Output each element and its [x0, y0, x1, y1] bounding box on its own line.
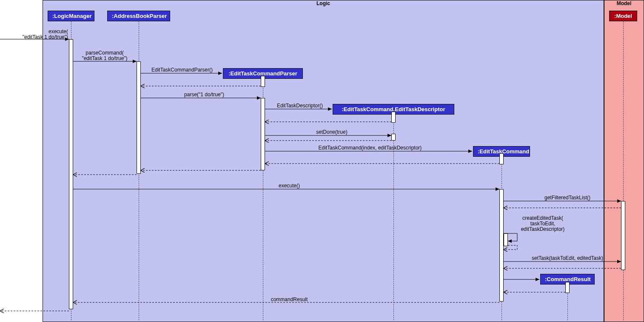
activation-logic-manager: [69, 39, 73, 309]
frame-model: Model: [604, 0, 644, 322]
msg-execute: execute(): [255, 183, 323, 189]
activation-editcmd-1: [499, 153, 504, 164]
participant-logic-manager: :LogicManager: [48, 11, 94, 21]
activation-editcmd-2: [499, 189, 504, 302]
msg-parse: parse("1 do/true"): [162, 92, 247, 98]
msg-createeditedtask: createEditedTask( taskToEdit, editTaskDe…: [504, 216, 581, 233]
msg-parse-command: parseCommand( "editTask 1 do/true"): [73, 50, 136, 61]
activation-command-result: [565, 282, 570, 293]
activation-address-book-parser: [137, 61, 141, 174]
activation-descriptor-1: [391, 112, 396, 123]
activation-parser-2: [261, 98, 265, 170]
activation-editcmd-self: [504, 233, 508, 246]
msg-commandresult: commandResult: [247, 297, 332, 302]
sequence-diagram: Logic Model :LogicManager :AddressBookPa…: [0, 0, 644, 322]
msg-setdone: setDone(true): [298, 129, 366, 135]
activation-parser-1: [261, 76, 265, 87]
activation-model: [621, 201, 625, 270]
msg-getfilteredtasklist: getFilteredTaskList(): [521, 195, 614, 201]
msg-etcparser-ctor: EditTaskCommandParser(): [144, 67, 220, 73]
msg-etc-ctor: EditTaskCommand(index, editTaskDescripto…: [281, 145, 459, 151]
msg-etdesc-ctor: EditTaskDescriptor(): [268, 103, 332, 109]
activation-descriptor-2: [391, 134, 396, 141]
frame-model-title: Model: [614, 0, 634, 6]
participant-address-book-parser: :AddressBookParser: [107, 11, 170, 21]
frame-logic-title: Logic: [314, 0, 333, 6]
msg-execute-in: execute( "editTask 1 do/true"): [13, 29, 68, 40]
participant-model: :Model: [609, 11, 637, 21]
lifeline-model: [623, 21, 624, 320]
msg-settask: setTask(taskToEdit, editedTask): [521, 256, 614, 261]
frame-logic: Logic: [43, 0, 604, 322]
